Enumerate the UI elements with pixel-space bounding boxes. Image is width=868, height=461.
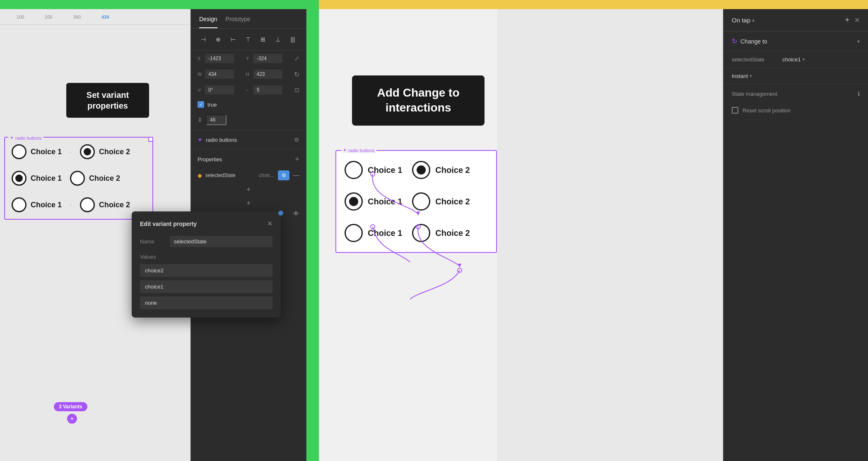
align-middle-btn[interactable]: ⊞ [257,34,269,45]
config-add-button[interactable]: + [845,16,849,24]
right-radio-label-3-2: Choice 2 [435,228,470,238]
top-bar-yellow [319,0,868,9]
align-right-btn[interactable]: ⊢ [227,34,239,45]
state-info-icon[interactable]: ℹ [858,90,860,97]
properties-header: Properties + [191,151,306,168]
right-radio-opt-1-1: Choice 1 [345,161,402,179]
radio-circle-3-1 [12,197,27,212]
lock-icon: ↻ [294,70,299,78]
gap-input[interactable] [206,114,227,125]
radio-label-2-1: Choice 1 [31,174,62,183]
variants-add-button[interactable]: + [67,414,77,424]
trigger-label: On tap ▾ [732,17,845,24]
align-center-h-btn[interactable]: ⊕ [212,34,224,45]
modal-close-button[interactable]: ✕ [267,220,272,228]
config-timing-row: Instant ▾ [723,68,868,85]
config-header: On tap ▾ + ✕ [723,9,868,32]
plus-button-1[interactable]: + [198,185,299,194]
align-bottom-btn[interactable]: ⊥ [272,34,284,45]
edit-variant-modal: Edit variant property ✕ Name Values choi… [132,211,281,318]
y-label: Y [246,56,252,61]
h-input[interactable] [253,70,282,79]
right-radio-row-1: Choice 1 Choice 2 [345,161,488,179]
plus-row-2: + [191,197,306,210]
green-divider [306,9,319,461]
align-more-btn[interactable]: ||| [287,34,299,45]
property-diamond-icon: ◆ [198,172,202,179]
right-radio-opt-2-1: Choice 1 [345,192,402,211]
modal-name-field: Name [140,236,272,247]
config-close-button[interactable]: ✕ [854,16,860,24]
property-remove-button[interactable]: — [293,172,299,179]
state-management-label: State management [732,91,854,97]
plus-button-2[interactable]: + [198,199,299,208]
radio-frame-left: ✦ radio buttons Choice 1 · Choice 2 [4,137,153,220]
ruler-mark-100: 100 [17,15,24,19]
w-field-group: W [198,70,243,79]
modal-title: Edit variant property [140,221,267,227]
tab-prototype[interactable]: Prototype [226,16,251,28]
right-radio-circle-2-2 [412,192,430,211]
h-label: H [246,72,252,77]
divider-2 [191,149,306,149]
reset-scroll-label: Reset scroll position [743,107,791,114]
properties-add-button[interactable]: + [295,155,299,164]
modal-value-choice2[interactable]: choice2 [140,264,272,277]
config-action-row: ↻ Change to ▾ [723,32,868,51]
clip-label: true [207,102,217,108]
component-sparkle-icon: ✦ [198,136,203,143]
visibility-icon[interactable]: 👁 [293,210,299,218]
radio-label-1-2: Choice 2 [99,148,130,156]
modal-header: Edit variant property ✕ [140,220,272,228]
right-radio-label-3-1: Choice 1 [368,228,402,238]
property-edit-button[interactable]: ⚙ [278,170,289,180]
action-dropdown-arrow[interactable]: ▾ [857,39,860,44]
x-field-group: X [198,54,243,63]
reset-scroll-row: Reset scroll position [723,103,868,118]
radio-circle-2-2 [70,171,85,186]
clip-content-row: ✓ true [191,98,306,111]
component-settings-icon[interactable]: ⚙ [294,136,299,143]
radio-label-3-1: Choice 1 [31,201,62,209]
reset-scroll-checkbox[interactable] [732,107,738,114]
radio-option-3-1: Choice 1 [12,197,62,212]
y-input[interactable] [253,54,282,63]
x-input[interactable] [205,54,234,63]
right-radio-label-1-1: Choice 1 [368,165,402,175]
set-variant-label: Set variantproperties [66,83,149,118]
tab-design[interactable]: Design [199,16,217,28]
clip-checkbox[interactable]: ✓ [198,101,204,108]
rotation-row: ↺ ⌐ ⊡ [191,82,306,98]
radio-circle-1-1 [12,144,27,159]
trigger-arrow[interactable]: ▾ [752,18,755,24]
radio-label-3-2: Choice 2 [99,201,130,209]
ruler-mark-300: 300 [73,15,81,19]
modal-value-none[interactable]: none [140,296,272,309]
radio-option-1-1: Choice 1 [12,144,62,159]
ruler-mark-434: 434 [101,15,109,19]
add-change-label: Add Change tointeractions [352,75,485,126]
modal-name-input[interactable] [170,236,272,247]
action-change-icon: ↻ [732,37,737,45]
field-value-arrow: ▾ [803,57,805,62]
position-xy-row: X Y ⤢ [191,51,306,66]
corner-label: ⌐ [246,88,252,92]
w-input[interactable] [205,70,234,79]
align-top-btn[interactable]: ⊤ [242,34,254,45]
timing-arrow: ▾ [750,73,752,79]
corner-input[interactable] [253,85,282,95]
radio-frame-label-left: ✦ radio buttons [8,135,43,141]
rot-input[interactable] [205,85,234,95]
radio-label-1-1: Choice 1 [31,148,62,156]
field-value-display[interactable]: choice1 ▾ [782,56,805,63]
x-label: X [198,56,203,61]
align-left-btn[interactable]: ⊣ [198,34,209,45]
right-radio-row-3: Choice 1 Choice 2 [345,224,488,242]
svg-point-5 [458,268,462,272]
resize-handle[interactable] [148,137,153,142]
center-canvas: Add Change tointeractions ✦ radio button… [319,9,497,461]
modal-value-choice1[interactable]: choice1 [140,280,272,293]
radio-option-3-2: Choice 2 [80,197,130,212]
timing-label[interactable]: Instant ▾ [732,73,860,79]
modal-name-label: Name [140,238,165,245]
